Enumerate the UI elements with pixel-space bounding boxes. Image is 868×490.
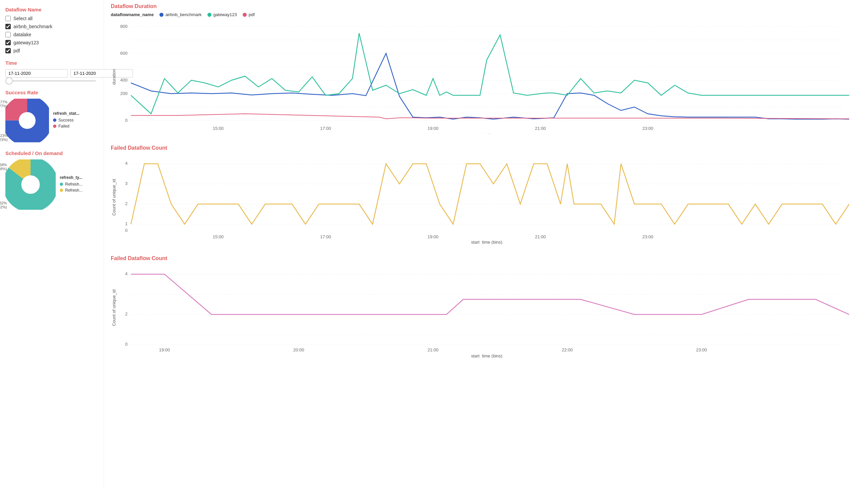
svg-text:600: 600: [120, 51, 128, 56]
slider-thumb[interactable]: [5, 77, 13, 85]
svg-text:21:00: 21:00: [535, 234, 546, 239]
svg-text:Count of unique_id: Count of unique_id: [112, 289, 117, 326]
legend-success-label: Success: [58, 118, 73, 123]
checkbox-pdf-label: pdf: [13, 48, 20, 53]
duration-chart-area: 800 600 400 200 0 duration 15:00 17:00 1…: [111, 20, 861, 135]
failed-count-title1: Failed Dataflow Count: [111, 145, 861, 151]
pie-scheduled-teal-label: 85,32%(85,32%): [0, 201, 7, 209]
failed-count-area1: 4 3 2 1 0 Count of unique_id 15:00 17:00…: [111, 154, 861, 245]
time-start-input[interactable]: [5, 69, 68, 78]
failed-count-svg2: 4 2 0 Count of unique_id 19:00 20:00 21:…: [111, 264, 849, 358]
svg-text:0: 0: [125, 118, 128, 123]
checkbox-select-all-label: Select all: [13, 16, 33, 21]
scheduled-legend: refresh_ty... Refresh... Refresh...: [60, 175, 83, 194]
svg-text:20:00: 20:00: [293, 347, 304, 353]
time-section: Time: [5, 60, 98, 82]
svg-text:2: 2: [125, 201, 128, 206]
sidebar: Dataflow Name Select all airbnb_benchmar…: [0, 0, 104, 490]
failed-count-svg1: 4 3 2 1 0 Count of unique_id 15:00 17:00…: [111, 154, 849, 244]
svg-point-6: [243, 13, 247, 17]
duration-chart-title: Dataflow Duration: [111, 3, 861, 9]
success-rate-section: Success Rate 24,77%(24,77%) 75,23%(75,23…: [5, 90, 98, 142]
legend-failed-dot: [53, 124, 56, 128]
scheduled-legend-title: refresh_ty...: [60, 175, 83, 180]
svg-text:0: 0: [125, 342, 128, 347]
legend-gateway-text: gateway123: [214, 12, 237, 17]
svg-text:4: 4: [125, 161, 128, 166]
svg-text:19:00: 19:00: [159, 347, 170, 353]
failed-count-area2: 4 2 0 Count of unique_id 19:00 20:00 21:…: [111, 264, 861, 359]
checkbox-list: Select all airbnb_benchmark datalake gat…: [5, 16, 98, 53]
svg-text:start_time (bins): start_time (bins): [471, 354, 502, 358]
main-content: Dataflow Duration dataflowname_name airb…: [104, 0, 868, 490]
legend-success: Success: [53, 118, 80, 123]
checkbox-select-all[interactable]: Select all: [5, 16, 98, 21]
time-section-title: Time: [5, 60, 98, 66]
svg-text:start_time: start_time: [477, 132, 496, 134]
svg-text:2: 2: [125, 311, 128, 316]
legend-pdf: pdf: [242, 12, 255, 17]
legend-airbnb: airbnb_benchmark: [159, 12, 202, 17]
svg-text:400: 400: [120, 78, 128, 83]
duration-chart-block: Dataflow Duration dataflowname_name airb…: [111, 3, 861, 135]
svg-text:21:00: 21:00: [428, 347, 439, 353]
legend-failed-label: Failed: [58, 124, 69, 128]
checkbox-gateway123-input[interactable]: [5, 40, 11, 45]
pie-success-label: 75,23%(75,23%): [0, 133, 8, 142]
checkbox-datalake-input[interactable]: [5, 32, 11, 37]
success-rate-legend: refresh_stat... Success Failed: [53, 111, 80, 130]
success-rate-pie-container: 24,77%(24,77%) 75,23%(75,23%) refresh_st…: [5, 99, 98, 142]
svg-text:19:00: 19:00: [428, 234, 439, 239]
svg-point-4: [159, 13, 163, 17]
svg-text:4: 4: [125, 271, 128, 276]
checkbox-airbnb-label: airbnb_benchmark: [13, 24, 52, 29]
svg-text:15:00: 15:00: [213, 234, 224, 239]
legend-success-dot: [53, 119, 56, 122]
svg-text:800: 800: [120, 24, 128, 29]
svg-text:21:00: 21:00: [535, 126, 546, 131]
legend-refresh-teal: Refresh...: [60, 182, 83, 187]
svg-text:200: 200: [120, 91, 128, 96]
svg-text:1: 1: [125, 221, 128, 226]
failed-count-title2: Failed Dataflow Count: [111, 255, 861, 262]
success-legend-title: refresh_stat...: [53, 111, 80, 116]
pie-scheduled-yellow-label: 14,68%(14,68%): [0, 163, 7, 171]
scheduled-pie: 14,68%(14,68%) 85,32%(85,32%): [5, 159, 56, 210]
legend-refresh-teal-dot: [60, 183, 63, 186]
checkbox-pdf-input[interactable]: [5, 48, 11, 53]
svg-point-5: [208, 13, 212, 17]
duration-legend-label: dataflowname_name: [111, 12, 154, 17]
duration-svg: 800 600 400 200 0 duration 15:00 17:00 1…: [111, 20, 849, 134]
svg-text:23:00: 23:00: [696, 347, 707, 353]
time-inputs: [5, 69, 98, 78]
svg-text:0: 0: [125, 228, 128, 233]
svg-text:17:00: 17:00: [320, 234, 331, 239]
svg-text:start_time (bins): start_time (bins): [471, 240, 502, 244]
checkbox-datalake[interactable]: datalake: [5, 32, 98, 37]
svg-text:22:00: 22:00: [562, 347, 573, 353]
svg-text:23:00: 23:00: [643, 234, 653, 239]
svg-text:19:00: 19:00: [428, 126, 439, 131]
svg-text:23:00: 23:00: [643, 126, 653, 131]
checkbox-pdf[interactable]: pdf: [5, 48, 98, 53]
checkbox-airbnb[interactable]: airbnb_benchmark: [5, 24, 98, 29]
duration-legend: dataflowname_name airbnb_benchmark gatew…: [111, 12, 861, 17]
legend-gateway: gateway123: [207, 12, 237, 17]
legend-refresh-yellow-label: Refresh...: [65, 188, 83, 193]
svg-text:Count of unique_id: Count of unique_id: [112, 179, 117, 215]
success-rate-pie: 24,77%(24,77%) 75,23%(75,23%): [5, 99, 49, 142]
svg-text:17:00: 17:00: [320, 126, 331, 131]
dataflow-section-title: Dataflow Name: [5, 7, 98, 12]
checkbox-datalake-label: datalake: [13, 32, 31, 37]
legend-airbnb-text: airbnb_benchmark: [165, 12, 202, 17]
checkbox-gateway123[interactable]: gateway123: [5, 40, 98, 45]
scheduled-title: Scheduled / On demand: [5, 150, 98, 156]
slider-track: [5, 80, 96, 82]
svg-text:duration: duration: [112, 69, 117, 85]
checkbox-select-all-input[interactable]: [5, 16, 11, 21]
legend-refresh-yellow-dot: [60, 189, 63, 192]
checkbox-airbnb-input[interactable]: [5, 24, 11, 29]
scheduled-pie-container: 14,68%(14,68%) 85,32%(85,32%) refresh_ty…: [5, 159, 98, 210]
failed-count-chart1: Failed Dataflow Count 4 3 2 1 0 Count of…: [111, 145, 861, 245]
svg-text:3: 3: [125, 181, 128, 186]
